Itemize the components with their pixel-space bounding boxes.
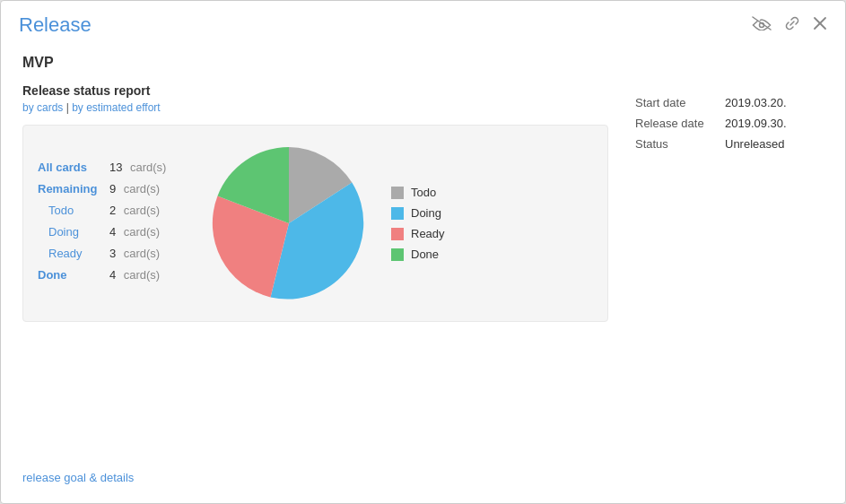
remaining-label[interactable]: Remaining <box>38 182 109 196</box>
all-cards-row: All cards 13 card(s) <box>38 159 181 175</box>
by-cards-link[interactable]: by cards <box>22 101 63 114</box>
close-icon[interactable] <box>813 16 827 35</box>
release-date-row: Release date 2019.09.30. <box>635 117 824 130</box>
legend-color-done <box>391 248 404 261</box>
header-icons <box>752 15 827 36</box>
start-date-label: Start date <box>635 96 725 109</box>
report-title: Release status report <box>22 83 608 98</box>
doing-label[interactable]: Doing <box>38 225 109 239</box>
ready-row: Ready 3 card(s) <box>38 245 181 261</box>
legend-ready: Ready <box>391 227 445 240</box>
all-cards-unit: card(s) <box>130 161 166 174</box>
main-area: Release status report by cards | by esti… <box>22 83 824 485</box>
release-date-value: 2019.09.30. <box>725 117 787 130</box>
done-count: 4 <box>109 268 116 282</box>
main-window: Release MVP <box>0 0 846 504</box>
todo-label[interactable]: Todo <box>38 204 109 217</box>
eye-off-icon[interactable] <box>752 16 772 35</box>
done-unit: card(s) <box>124 268 160 282</box>
report-subtitle: by cards | by estimated effort <box>22 101 608 114</box>
bottom-link: release goal & details <box>22 451 608 485</box>
link-icon[interactable] <box>784 15 800 36</box>
stats-list: All cards 13 card(s) Remaining 9 card(s)… <box>38 159 181 288</box>
release-date-label: Release date <box>635 117 725 130</box>
by-effort-link[interactable]: by estimated effort <box>72 101 161 114</box>
todo-count: 2 <box>109 204 116 217</box>
legend-color-doing <box>391 207 404 220</box>
done-row: Done 4 card(s) <box>38 266 181 282</box>
window-header: Release <box>1 1 845 46</box>
right-panel: Start date 2019.03.20. Release date 2019… <box>608 83 824 485</box>
left-panel: Release status report by cards | by esti… <box>22 83 608 485</box>
pie-wrapper: Todo Doing Ready <box>208 143 445 304</box>
all-cards-label[interactable]: All cards <box>38 161 109 174</box>
mvp-title: MVP <box>22 55 824 71</box>
legend-doing: Doing <box>391 206 445 220</box>
doing-row: Doing 4 card(s) <box>38 223 181 239</box>
remaining-unit: card(s) <box>124 182 160 196</box>
legend-label-done: Done <box>411 248 439 261</box>
start-date-value: 2019.03.20. <box>725 96 787 109</box>
pie-chart <box>208 143 370 304</box>
legend-done: Done <box>391 248 445 261</box>
legend-color-ready <box>391 228 404 240</box>
svg-point-0 <box>760 22 764 27</box>
start-date-row: Start date 2019.03.20. <box>635 96 824 109</box>
legend-color-todo <box>391 187 404 199</box>
doing-unit: card(s) <box>124 225 160 239</box>
ready-count: 3 <box>109 247 116 260</box>
todo-unit: card(s) <box>124 204 160 217</box>
all-cards-count: 13 <box>109 161 122 174</box>
doing-count: 4 <box>109 225 116 239</box>
status-label: Status <box>635 137 725 151</box>
remaining-row: Remaining 9 card(s) <box>38 180 181 196</box>
window-title: Release <box>19 13 92 37</box>
done-label[interactable]: Done <box>38 268 109 282</box>
legend: Todo Doing Ready <box>391 186 445 261</box>
chart-container: All cards 13 card(s) Remaining 9 card(s)… <box>22 125 608 322</box>
legend-todo: Todo <box>391 186 445 199</box>
remaining-count: 9 <box>109 182 116 196</box>
release-goal-link[interactable]: release goal & details <box>22 471 134 484</box>
todo-row: Todo 2 card(s) <box>38 202 181 218</box>
status-value: Unreleased <box>725 137 785 151</box>
legend-label-doing: Doing <box>411 206 441 220</box>
ready-label[interactable]: Ready <box>38 247 109 260</box>
ready-unit: card(s) <box>124 247 160 260</box>
legend-label-ready: Ready <box>411 227 445 240</box>
window-content: MVP Release status report by cards | by … <box>1 46 845 503</box>
legend-label-todo: Todo <box>411 186 436 199</box>
info-table: Start date 2019.03.20. Release date 2019… <box>635 96 824 151</box>
status-row: Status Unreleased <box>635 137 824 151</box>
